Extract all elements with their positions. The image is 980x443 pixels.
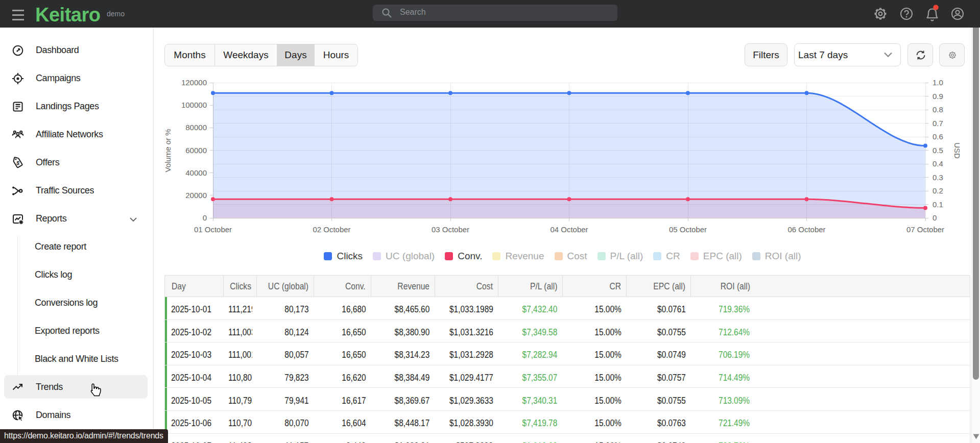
svg-text:02 October: 02 October (313, 225, 350, 234)
svg-text:07 October: 07 October (906, 225, 944, 234)
svg-text:0.3: 0.3 (933, 173, 943, 182)
svg-text:0: 0 (203, 213, 207, 222)
svg-text:40000: 40000 (185, 168, 207, 177)
svg-text:USD: USD (953, 142, 962, 159)
svg-text:0: 0 (933, 213, 937, 222)
svg-text:04 October: 04 October (550, 225, 588, 234)
svg-text:Volume or %: Volume or % (163, 129, 172, 172)
svg-text:120000: 120000 (181, 78, 207, 87)
svg-text:100000: 100000 (181, 101, 207, 109)
svg-text:0.9: 0.9 (933, 92, 943, 101)
svg-text:80000: 80000 (185, 123, 207, 132)
svg-text:05 October: 05 October (669, 225, 707, 234)
svg-text:0.4: 0.4 (933, 159, 943, 168)
svg-text:0.7: 0.7 (933, 119, 943, 128)
svg-text:0.5: 0.5 (933, 146, 943, 155)
svg-text:0.1: 0.1 (933, 200, 943, 209)
svg-text:0.8: 0.8 (933, 105, 943, 114)
svg-text:0.2: 0.2 (933, 186, 943, 195)
svg-text:20000: 20000 (185, 191, 207, 200)
svg-text:01 October: 01 October (194, 225, 232, 234)
svg-text:0.6: 0.6 (933, 132, 943, 141)
svg-text:$: $ (16, 160, 20, 166)
svg-text:1.0: 1.0 (933, 78, 943, 87)
svg-text:06 October: 06 October (787, 225, 825, 234)
svg-text:60000: 60000 (185, 146, 207, 155)
svg-text:03 October: 03 October (432, 225, 469, 234)
